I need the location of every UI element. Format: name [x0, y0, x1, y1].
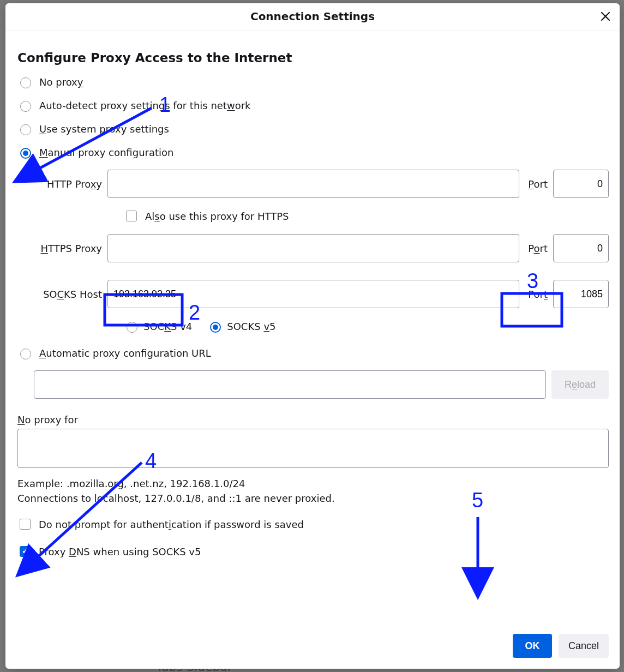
- also-https-label: Also use this proxy for HTTPS: [145, 211, 289, 222]
- socks-port-input[interactable]: [553, 280, 609, 308]
- radio-auto-detect-label: Auto-detect proxy settings for this netw…: [39, 100, 251, 111]
- radio-no-proxy-input[interactable]: [20, 77, 31, 88]
- radio-auto-detect-input[interactable]: [20, 101, 31, 112]
- auth-prompt-label: Do not prompt for authentication if pass…: [39, 519, 304, 530]
- radio-auto-config-url[interactable]: Automatic proxy configuration URL: [17, 347, 609, 359]
- close-icon: [601, 11, 610, 21]
- https-port-input[interactable]: [553, 234, 609, 262]
- cancel-button[interactable]: Cancel: [559, 634, 609, 658]
- radio-no-proxy-label: No proxy: [39, 76, 83, 88]
- dialog-title: Connection Settings: [250, 10, 375, 23]
- http-proxy-input[interactable]: [107, 170, 519, 198]
- example-hint: Example: .mozilla.org, .net.nz, 192.168.…: [17, 478, 609, 489]
- https-proxy-label: HTTPS Proxy: [34, 243, 102, 254]
- proxy-dns-label: Proxy DNS when using SOCKS v5: [39, 546, 201, 557]
- also-https-checkbox[interactable]: Also use this proxy for HTTPS: [124, 209, 609, 223]
- radio-system-proxy[interactable]: Use system proxy settings: [17, 123, 609, 135]
- radio-manual-proxy-label: Manual proxy configuration: [39, 147, 173, 158]
- radio-socks-v5[interactable]: SOCKS v5: [207, 320, 275, 333]
- radio-socks-v4[interactable]: SOCKS v4: [124, 320, 192, 333]
- socks-host-label: SOCKS Host: [34, 289, 102, 300]
- https-proxy-input[interactable]: [107, 234, 519, 262]
- no-proxy-for-label: No proxy for: [17, 414, 609, 425]
- http-proxy-label: HTTP Proxy: [34, 178, 102, 190]
- socks-port-label: Port: [528, 289, 548, 300]
- also-https-checkbox-input[interactable]: [126, 211, 137, 221]
- socks-host-input[interactable]: [107, 280, 519, 308]
- radio-system-proxy-input[interactable]: [20, 124, 31, 135]
- auto-config-url-input[interactable]: [34, 370, 546, 399]
- no-proxy-for-input[interactable]: [17, 429, 609, 468]
- ok-button[interactable]: OK: [513, 634, 552, 658]
- radio-manual-proxy-input[interactable]: [20, 148, 31, 159]
- radio-socks-v4-input[interactable]: [127, 322, 137, 333]
- auth-prompt-checkbox-input[interactable]: [20, 519, 31, 530]
- auth-prompt-checkbox[interactable]: Do not prompt for authentication if pass…: [17, 517, 609, 531]
- proxy-dns-checkbox-input[interactable]: [20, 546, 31, 557]
- http-port-label: Port: [528, 178, 548, 190]
- radio-no-proxy[interactable]: No proxy: [17, 76, 609, 88]
- proxy-dns-checkbox[interactable]: Proxy DNS when using SOCKS v5: [17, 544, 609, 559]
- section-heading: Configure Proxy Access to the Internet: [17, 51, 609, 65]
- radio-manual-proxy[interactable]: Manual proxy configuration: [17, 146, 609, 159]
- radio-auto-config-url-label: Automatic proxy configuration URL: [39, 347, 211, 359]
- radio-socks-v4-label: SOCKS v4: [143, 321, 192, 332]
- reload-button[interactable]: Reload: [551, 370, 609, 399]
- http-port-input[interactable]: [553, 170, 609, 198]
- localhost-hint: Connections to localhost, 127.0.0.1/8, a…: [17, 493, 609, 504]
- radio-socks-v5-label: SOCKS v5: [227, 321, 275, 332]
- radio-system-proxy-label: Use system proxy settings: [39, 123, 169, 135]
- radio-auto-detect[interactable]: Auto-detect proxy settings for this netw…: [17, 99, 609, 112]
- radio-socks-v5-input[interactable]: [210, 322, 221, 333]
- connection-settings-dialog: Connection Settings Configure Proxy Acce…: [5, 3, 620, 669]
- radio-auto-config-url-input[interactable]: [20, 349, 31, 359]
- close-button[interactable]: [598, 9, 613, 24]
- https-port-label: Port: [528, 243, 548, 254]
